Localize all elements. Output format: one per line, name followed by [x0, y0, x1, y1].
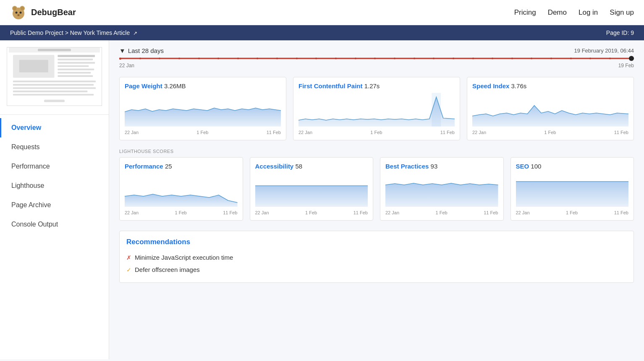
rec-icon-0: ✗: [126, 254, 131, 261]
svg-rect-26: [44, 100, 65, 102]
nav-signup[interactable]: Sign up: [610, 8, 634, 17]
svg-rect-11: [38, 49, 71, 51]
breadcrumb-page: New York Times Article: [70, 29, 130, 36]
lh-title-seo: SEO 100: [516, 163, 629, 170]
lh-seo-chart: [516, 173, 629, 207]
lighthouse-section-label: LIGHTHOUSE SCORES: [119, 149, 634, 154]
timeline-dot: [589, 58, 591, 59]
svg-rect-22: [13, 84, 94, 86]
breadcrumb-project[interactable]: Public Demo Project: [10, 29, 63, 36]
lh-access-labels: 22 Jan 1 Feb 11 Feb: [255, 210, 368, 215]
svg-rect-17: [58, 65, 89, 67]
timeline-end-dot: [629, 56, 634, 61]
lh-seo-labels: 22 Jan 1 Feb 11 Feb: [516, 210, 629, 215]
sidebar-item-page-archive[interactable]: Page Archive: [0, 195, 109, 215]
time-range-label: Last 28 days: [128, 47, 164, 54]
svg-point-6: [20, 11, 22, 13]
timeline-dot: [257, 58, 258, 59]
page-thumbnail: [7, 47, 102, 106]
sidebar-item-console-output[interactable]: Console Output: [0, 215, 109, 234]
lh-title-best-practices: Best Practices 93: [385, 163, 498, 170]
lh-title-performance: Performance 25: [125, 163, 238, 170]
metrics-row: Page Weight 3.26MB 22 Jan 1 Feb 11 Feb: [119, 77, 634, 140]
time-range-selector[interactable]: ▼ Last 28 days: [119, 47, 164, 54]
lighthouse-section: LIGHTHOUSE SCORES Performance 25: [119, 149, 634, 221]
timeline-track[interactable]: [119, 56, 634, 61]
logo-text: DebugBear: [31, 8, 76, 17]
main-nav: Pricing Demo Log in Sign up: [514, 8, 634, 17]
lh-performance-chart: [125, 173, 238, 207]
external-link-icon[interactable]: ↗: [133, 30, 137, 36]
logo-area: DebugBear: [10, 4, 514, 21]
svg-point-3: [13, 7, 16, 10]
sidebar-item-overview[interactable]: Overview: [0, 118, 109, 137]
sidebar-item-performance[interactable]: Performance: [0, 157, 109, 176]
timeline-dot: [296, 58, 298, 59]
timeline-dot: [453, 58, 454, 59]
rec-icon-1: ✓: [126, 266, 131, 273]
timeline-dot: [511, 58, 513, 59]
lighthouse-row: Performance 25 22 Jan 1 Feb 11 Feb: [119, 157, 634, 221]
nav-login[interactable]: Log in: [579, 8, 598, 17]
timeline-dot: [472, 58, 474, 59]
sidebar-nav: Overview Requests Performance Lighthouse…: [0, 115, 109, 237]
timeline-dot: [374, 58, 376, 59]
fcp-chart: [298, 93, 455, 126]
timeline-dot: [550, 58, 552, 59]
svg-rect-18: [58, 69, 94, 70]
timeline-dot: [335, 58, 337, 59]
timeline-labels: 22 Jan 19 Feb: [119, 63, 634, 69]
page-weight-chart-labels: 22 Jan 1 Feb 11 Feb: [125, 130, 281, 135]
sidebar-item-requests[interactable]: Requests: [0, 137, 109, 157]
nav-demo[interactable]: Demo: [548, 8, 567, 17]
rec-text-1: Defer offscreen images: [135, 266, 200, 273]
svg-rect-19: [58, 72, 91, 74]
sidebar-item-lighthouse[interactable]: Lighthouse: [0, 176, 109, 195]
breadcrumb-separator: >: [65, 29, 70, 36]
page-id: Page ID: 9: [606, 29, 634, 36]
svg-rect-13: [19, 60, 48, 73]
lh-card-seo: SEO 100 22 Jan 1 Feb 11 Feb: [510, 157, 634, 221]
recommendations-title: Recommendations: [126, 238, 627, 246]
metric-card-speed-index: Speed Index 3.76s 22 Jan 1 Feb 11 Feb: [467, 77, 634, 140]
nav-pricing[interactable]: Pricing: [514, 8, 536, 17]
recommendation-item-0: ✗ Minimize JavaScript execution time: [126, 251, 627, 264]
timeline-dot: [492, 58, 493, 59]
timeline-dot: [433, 58, 435, 59]
timeline-dot: [315, 58, 317, 59]
svg-rect-15: [58, 59, 93, 61]
timeline-dot: [119, 58, 121, 60]
lh-title-accessibility: Accessibility 58: [255, 163, 368, 170]
main-content: ▼ Last 28 days 19 February 2019, 06:44: [109, 40, 644, 359]
page-thumbnail-container: [0, 40, 109, 115]
timestamp-label: 19 February 2019, 06:44: [574, 47, 634, 54]
timeline-dot: [178, 58, 180, 59]
lh-bp-labels: 22 Jan 1 Feb 11 Feb: [385, 210, 498, 215]
recommendations-section: Recommendations ✗ Minimize JavaScript ex…: [119, 231, 634, 283]
metric-card-page-weight: Page Weight 3.26MB 22 Jan 1 Feb 11 Feb: [119, 77, 286, 140]
svg-rect-14: [58, 55, 95, 57]
metric-title-page-weight: Page Weight 3.26MB: [125, 82, 281, 90]
lh-card-performance: Performance 25 22 Jan 1 Feb 11 Feb: [119, 157, 243, 221]
timeline-dot: [570, 58, 572, 59]
lh-accessibility-chart: [255, 173, 368, 207]
timeline-start-label: 22 Jan: [119, 63, 134, 69]
svg-rect-23: [13, 87, 96, 89]
svg-point-5: [16, 11, 18, 13]
timeline: 22 Jan 19 Feb: [119, 56, 634, 69]
timeline-dot: [159, 58, 160, 59]
timeline-dot: [394, 58, 395, 59]
breadcrumb-bar: Public Demo Project > New York Times Art…: [0, 25, 644, 40]
metric-title-speed-index: Speed Index 3.76s: [472, 82, 628, 90]
header: DebugBear Pricing Demo Log in Sign up: [0, 0, 644, 25]
timeline-dot: [276, 58, 278, 59]
timeline-end-label: 19 Feb: [618, 63, 634, 69]
svg-rect-21: [13, 81, 96, 82]
metric-title-fcp: First Contentful Paint 1.27s: [298, 82, 455, 90]
page-weight-chart: [125, 93, 281, 126]
logo-icon: [10, 4, 27, 21]
lh-card-accessibility: Accessibility 58 22 Jan 1 Feb 11 Feb: [250, 157, 374, 221]
timeline-dot: [139, 58, 141, 59]
timeline-dot: [414, 58, 415, 59]
svg-rect-24: [13, 91, 87, 92]
